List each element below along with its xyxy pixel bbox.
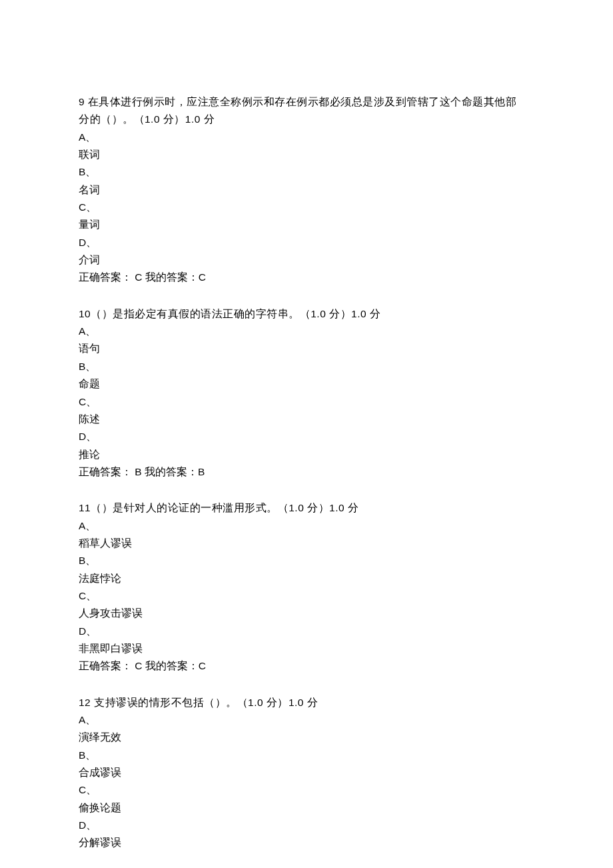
question-stem-line1: 12 支持谬误的情形不包括（）。（1.0 分）1.0 分 [79,694,534,711]
option-c-text: 量词 [79,216,534,233]
option-a-label: A、 [79,129,534,146]
question-12: 12 支持谬误的情形不包括（）。（1.0 分）1.0 分 A、 演绎无效 B、 … [79,694,534,852]
answer-line: 正确答案： C 我的答案：C [79,657,534,675]
question-stem-line1: 11（）是针对人的论证的一种滥用形式。（1.0 分）1.0 分 [79,499,534,517]
question-stem-line2: 分的（）。（1.0 分）1.0 分 [79,111,534,128]
answer-line: 正确答案： C 我的答案：C [79,269,534,286]
question-stem-line1: 9 在具体进行例示时，应注意全称例示和存在例示都必须总是涉及到管辖了这个命题其他… [79,93,534,111]
option-b-text: 命题 [79,375,534,393]
answer-line: 正确答案： B 我的答案：B [79,463,534,481]
option-b-text: 名词 [79,181,534,199]
option-a-label: A、 [79,711,534,729]
option-d-text: 非黑即白谬误 [79,640,534,657]
option-d-text: 分解谬误 [79,834,534,851]
option-d-text: 推论 [79,446,534,463]
option-b-label: B、 [79,552,534,569]
option-b-label: B、 [79,358,534,375]
question-10: 10（）是指必定有真假的语法正确的字符串。（1.0 分）1.0 分 A、 语句 … [79,305,534,481]
question-stem-line1: 10（）是指必定有真假的语法正确的字符串。（1.0 分）1.0 分 [79,305,534,323]
option-c-label: C、 [79,781,534,799]
option-b-text: 法庭悖论 [79,570,534,587]
option-d-label: D、 [79,428,534,445]
option-a-label: A、 [79,323,534,340]
option-c-text: 偷换论题 [79,799,534,817]
option-a-text: 稻草人谬误 [79,535,534,552]
option-d-label: D、 [79,623,534,640]
option-b-label: B、 [79,163,534,181]
option-c-text: 陈述 [79,411,534,428]
option-a-text: 演绎无效 [79,729,534,746]
option-c-label: C、 [79,393,534,411]
option-a-text: 联词 [79,146,534,163]
option-d-label: D、 [79,817,534,834]
option-c-text: 人身攻击谬误 [79,605,534,622]
option-b-text: 合成谬误 [79,764,534,781]
option-b-label: B、 [79,747,534,764]
option-a-text: 语句 [79,340,534,357]
question-11: 11（）是针对人的论证的一种滥用形式。（1.0 分）1.0 分 A、 稻草人谬误… [79,499,534,675]
option-a-label: A、 [79,517,534,535]
option-d-label: D、 [79,234,534,251]
question-9: 9 在具体进行例示时，应注意全称例示和存在例示都必须总是涉及到管辖了这个命题其他… [79,93,534,287]
option-d-text: 介词 [79,251,534,269]
option-c-label: C、 [79,587,534,605]
option-c-label: C、 [79,199,534,216]
